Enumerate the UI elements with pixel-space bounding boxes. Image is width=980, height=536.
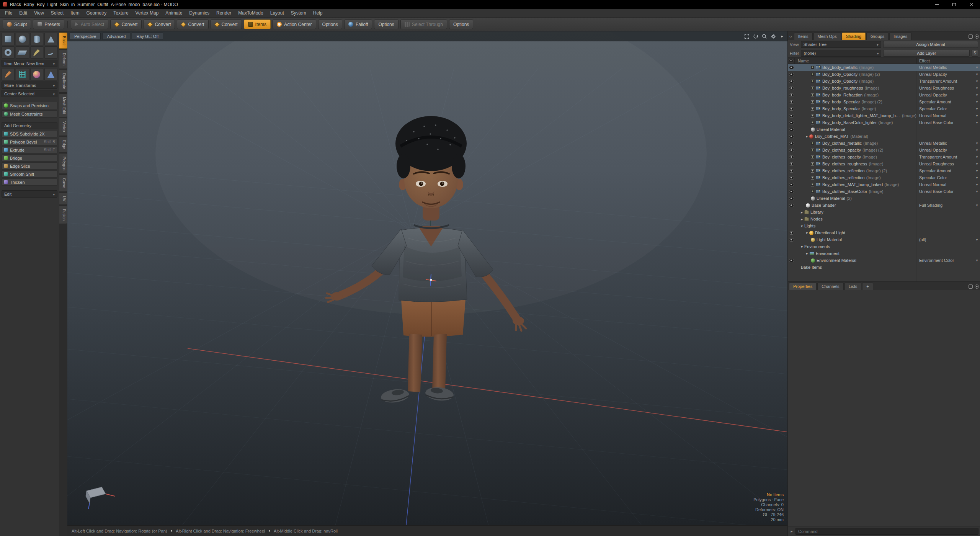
tab-channels[interactable]: Channels: [817, 283, 843, 290]
effect-dropdown-icon[interactable]: ▾: [974, 190, 980, 193]
settings-gear-icon[interactable]: [770, 33, 776, 39]
shader-tree-row[interactable]: ▾Lights: [788, 222, 980, 229]
eye-icon[interactable]: [789, 93, 794, 97]
tab-properties[interactable]: Properties: [789, 283, 817, 290]
effect-dropdown-icon[interactable]: ▾: [974, 114, 980, 118]
edit-dropdown[interactable]: Edit: [2, 190, 57, 198]
frame-view-icon[interactable]: [744, 33, 750, 39]
options-button[interactable]: Options: [374, 20, 398, 29]
side-tab-edge[interactable]: Edge: [59, 137, 67, 152]
convert-button[interactable]: Convert: [110, 20, 142, 29]
expand-arrow-icon[interactable]: ▸: [801, 217, 803, 221]
effect-dropdown-icon[interactable]: ▾: [974, 258, 980, 262]
tab-images[interactable]: Images: [889, 33, 911, 40]
side-tab-fusion[interactable]: Fusion: [59, 206, 67, 224]
visibility-cell[interactable]: [788, 126, 795, 133]
visibility-cell[interactable]: [788, 119, 795, 126]
visibility-cell[interactable]: [788, 71, 795, 78]
menu-item-dynamics[interactable]: Dynamics: [186, 9, 213, 17]
command-expand-icon[interactable]: [789, 529, 794, 533]
expand-arrow-icon[interactable]: ▸: [801, 210, 803, 214]
collapse-arrow-icon[interactable]: ▾: [806, 231, 808, 235]
effect-dropdown-icon[interactable]: ▾: [974, 169, 980, 173]
item-menu-dropdown[interactable]: Item Menu: New Item: [2, 60, 57, 67]
side-tab-vertex[interactable]: Vertex: [59, 118, 67, 136]
eye-icon[interactable]: [789, 66, 794, 69]
menu-item-file[interactable]: File: [2, 9, 16, 17]
viewport-tab-ray-gl-off[interactable]: Ray GL: Off: [132, 33, 163, 40]
shader-tree-row[interactable]: Bake Items: [788, 264, 980, 271]
shader-tree-row[interactable]: +Boy_clothes_opacity(Image)Transparent A…: [788, 154, 980, 160]
visibility-cell[interactable]: [788, 78, 795, 85]
menu-item-select[interactable]: Select: [47, 9, 67, 17]
expand-plus-icon[interactable]: +: [811, 176, 814, 180]
shader-tree-row[interactable]: +Boy_body_BaseColor_lighter(Image)Unreal…: [788, 119, 980, 126]
menu-item-vertex-map[interactable]: Vertex Map: [132, 9, 162, 17]
side-tab-duplicate[interactable]: Duplicate: [59, 70, 67, 93]
extrude-button[interactable]: ExtrudeShift E: [2, 146, 57, 154]
side-tab-basic[interactable]: Basic: [59, 33, 67, 49]
collapse-arrow-icon[interactable]: ▾: [801, 245, 803, 249]
zoom-icon[interactable]: [761, 33, 768, 39]
visibility-cell[interactable]: [788, 195, 795, 202]
collapse-arrow-icon[interactable]: ▾: [801, 224, 803, 228]
plane-tool-button[interactable]: [16, 46, 29, 59]
visibility-cell[interactable]: [788, 174, 795, 181]
expand-plus-icon[interactable]: +: [811, 121, 814, 124]
visibility-cell[interactable]: [788, 181, 795, 188]
shader-tree-row[interactable]: Environment MaterialEnvironment Color▾: [788, 257, 980, 264]
expand-plus-icon[interactable]: +: [811, 183, 814, 186]
visibility-cell[interactable]: [788, 257, 795, 264]
menu-item-system[interactable]: System: [287, 9, 310, 17]
expand-plus-icon[interactable]: +: [811, 100, 814, 104]
visibility-cell[interactable]: [788, 202, 795, 209]
viewport-menu-icon[interactable]: ▸: [779, 33, 785, 39]
menu-item-maxtomodo[interactable]: MaxToModo: [235, 9, 266, 17]
effect-dropdown-icon[interactable]: ▾: [974, 72, 980, 76]
visibility-cell[interactable]: [788, 188, 795, 195]
side-tab-uv[interactable]: UV: [59, 193, 67, 205]
s-toggle[interactable]: S: [972, 50, 978, 57]
minimize-button[interactable]: [928, 0, 946, 9]
menu-item-help[interactable]: Help: [310, 9, 326, 17]
sculpt-button[interactable]: Sculpt: [3, 20, 31, 29]
assign-material-button[interactable]: Assign Material: [883, 41, 978, 48]
menu-item-animate[interactable]: Animate: [162, 9, 186, 17]
expand-plus-icon[interactable]: +: [811, 190, 814, 193]
eye-icon[interactable]: [789, 135, 794, 138]
eye-icon[interactable]: [789, 100, 794, 104]
side-tab-deform[interactable]: Deform: [59, 49, 67, 69]
eye-icon[interactable]: [789, 155, 794, 159]
shader-tree-row[interactable]: +Boy_body_Opacity(Image)Transparent Amou…: [788, 78, 980, 85]
options-button[interactable]: Options: [449, 20, 473, 29]
center-selected-dropdown[interactable]: Center Selected: [2, 90, 57, 97]
eye-icon[interactable]: [789, 73, 794, 76]
visibility-cell[interactable]: [788, 133, 795, 140]
visibility-cell[interactable]: [788, 147, 795, 154]
eye-icon[interactable]: [789, 149, 794, 152]
eye-icon[interactable]: [789, 231, 794, 235]
shader-tree-row[interactable]: Base ShaderFull Shading▾: [788, 202, 980, 209]
eye-icon[interactable]: [789, 169, 794, 173]
command-input[interactable]: [795, 528, 978, 535]
shader-tree-row[interactable]: +Boy_clothes_BaseColor(Image)Unreal Base…: [788, 188, 980, 195]
expand-plus-icon[interactable]: +: [811, 73, 814, 76]
effect-dropdown-icon[interactable]: ▾: [974, 203, 980, 207]
shader-tree-row[interactable]: +Boy_body_Specular(Image) (2)Specular Am…: [788, 98, 980, 105]
tab-[interactable]: +: [862, 283, 873, 290]
visibility-cell[interactable]: [788, 98, 795, 105]
shader-tree-row[interactable]: Unreal Material(2): [788, 195, 980, 202]
visibility-cell[interactable]: [788, 92, 795, 98]
visibility-cell[interactable]: [788, 154, 795, 160]
curve-tool-button[interactable]: [44, 46, 57, 59]
cone-tool-button[interactable]: [44, 33, 57, 45]
effect-dropdown-icon[interactable]: ▾: [974, 65, 980, 69]
effect-dropdown-icon[interactable]: ▾: [974, 100, 980, 104]
visibility-cell[interactable]: [788, 112, 795, 119]
visibility-cell[interactable]: [788, 105, 795, 112]
shader-tree-row[interactable]: ▸Library: [788, 209, 980, 216]
visibility-cell[interactable]: [788, 140, 795, 147]
cylinder-tool-button[interactable]: [30, 33, 43, 45]
effect-dropdown-icon[interactable]: ▾: [974, 86, 980, 90]
expand-plus-icon[interactable]: +: [811, 87, 814, 90]
